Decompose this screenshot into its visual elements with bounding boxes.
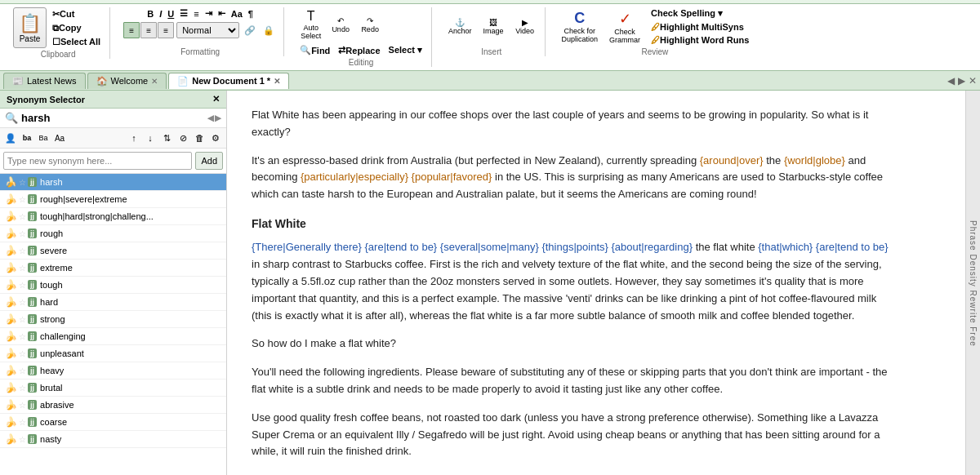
format-dropdown[interactable]: Normal Heading 1 Heading 2 bbox=[176, 22, 239, 38]
star-icon-7[interactable]: ☆ bbox=[19, 281, 26, 290]
tab-new-document[interactable]: 📄 New Document 1 * ✕ bbox=[168, 73, 289, 89]
underline-button[interactable]: U bbox=[165, 8, 176, 20]
align-right-button[interactable]: ≡ bbox=[158, 22, 174, 38]
star-icon-16[interactable]: ☆ bbox=[19, 435, 26, 444]
synonym-item-12[interactable]: 🍌☆jjheavy bbox=[0, 362, 226, 380]
toolbar-move-down-icon[interactable]: ↓ bbox=[143, 131, 158, 145]
star-icon-1[interactable]: ☆ bbox=[19, 178, 26, 187]
toolbar-delete-icon[interactable]: 🗑 bbox=[192, 131, 207, 145]
word-next-icon[interactable]: ▶ bbox=[215, 113, 221, 122]
copy-button[interactable]: ⧉ Copy bbox=[50, 22, 103, 34]
ribbon-content: 📋 Paste ✂ Cut ⧉ Copy ☐ Select All Clipbo… bbox=[0, 3, 980, 70]
synonym-item-4[interactable]: 🍌☆jjrough bbox=[0, 225, 226, 242]
synonym-item-13[interactable]: 🍌☆jjbrutal bbox=[0, 380, 226, 397]
tab-next-icon[interactable]: ▶ bbox=[958, 75, 965, 87]
toolbar-person-icon[interactable]: 👤 bbox=[3, 131, 18, 145]
synonym-item-16[interactable]: 🍌☆jjnasty bbox=[0, 431, 226, 448]
highlight-icon: 🖊 bbox=[651, 22, 660, 32]
tab-close-icon[interactable]: ✕ bbox=[969, 75, 977, 87]
lock-button[interactable]: 🔒 bbox=[261, 24, 277, 37]
numbered-list-button[interactable]: ≡ bbox=[191, 8, 201, 20]
tab-latest-news[interactable]: 📰 Latest News bbox=[3, 73, 86, 89]
image-button[interactable]: 🖼 Image bbox=[480, 16, 507, 37]
star-icon-14[interactable]: ☆ bbox=[19, 401, 26, 410]
synonym-item-14[interactable]: 🍌☆jjabrasive bbox=[0, 397, 226, 414]
syn-icons-15: 🍌☆jj bbox=[5, 416, 37, 428]
toolbar-ba1-icon[interactable]: ba bbox=[20, 131, 34, 145]
toolbar-ba2-icon[interactable]: Ba bbox=[36, 131, 51, 145]
synonym-item-11[interactable]: 🍌☆jjunpleasant bbox=[0, 345, 226, 362]
check-duplication-button[interactable]: C Check forDuplication bbox=[559, 8, 602, 45]
italic-button[interactable]: I bbox=[157, 8, 164, 20]
synonym-item-3[interactable]: 🍌☆jjtough|hard|strong|challeng... bbox=[0, 208, 226, 225]
replace-button[interactable]: ⇄ Replace bbox=[336, 44, 382, 56]
toolbar-sort-icon[interactable]: ⇅ bbox=[159, 131, 174, 145]
synonym-item-1[interactable]: 🍌☆jjharsh bbox=[0, 174, 226, 191]
synonym-item-6[interactable]: 🍌☆jjextreme bbox=[0, 260, 226, 277]
star-icon-13[interactable]: ☆ bbox=[19, 384, 26, 393]
search-input[interactable] bbox=[3, 152, 192, 170]
add-synonym-button[interactable]: Add bbox=[195, 152, 223, 170]
anchor-button[interactable]: ⚓ Anchor bbox=[445, 16, 475, 37]
synonym-item-8[interactable]: 🍌☆jjhard bbox=[0, 294, 226, 311]
syn-icons-16: 🍌☆jj bbox=[5, 433, 37, 445]
star-icon-3[interactable]: ☆ bbox=[19, 212, 26, 221]
tab-prev-icon[interactable]: ◀ bbox=[947, 75, 955, 87]
paste-button[interactable]: 📋 Paste bbox=[13, 7, 47, 48]
syn-icons-8: 🍌☆jj bbox=[5, 296, 37, 308]
synonym-item-7[interactable]: 🍌☆jjtough bbox=[0, 277, 226, 294]
star-icon-5[interactable]: ☆ bbox=[19, 246, 26, 255]
star-icon-11[interactable]: ☆ bbox=[19, 349, 26, 358]
check-grammar-button[interactable]: ✓ CheckGrammar bbox=[606, 8, 644, 46]
star-icon-2[interactable]: ☆ bbox=[19, 195, 26, 204]
star-icon-15[interactable]: ☆ bbox=[19, 418, 26, 427]
undo-button[interactable]: ↶ Undo bbox=[327, 7, 354, 42]
star-icon-6[interactable]: ☆ bbox=[19, 264, 26, 273]
phrase-density-label: Phrase Density Rewrite Free bbox=[969, 220, 978, 347]
word-prev-icon[interactable]: ◀ bbox=[207, 113, 214, 122]
star-icon-12[interactable]: ☆ bbox=[19, 366, 26, 375]
sidebar-close-icon[interactable]: ✕ bbox=[212, 94, 220, 104]
indent-button[interactable]: ⇥ bbox=[203, 7, 215, 20]
paragraph-button[interactable]: ¶ bbox=[246, 8, 256, 20]
highlight-word-runs-button[interactable]: 🖊 Highlight Word Runs bbox=[648, 34, 751, 46]
highlight-multisyns-button[interactable]: 🖊 Highlight MultiSyns bbox=[648, 21, 751, 33]
synonym-item-10[interactable]: 🍌☆jjchallenging bbox=[0, 328, 226, 345]
close-welcome-icon[interactable]: ✕ bbox=[151, 77, 158, 86]
star-icon-4[interactable]: ☆ bbox=[19, 229, 26, 238]
synonym-text-12: heavy bbox=[40, 366, 221, 375]
link-button[interactable]: 🔗 bbox=[242, 24, 258, 37]
outdent-button[interactable]: ⇤ bbox=[216, 7, 228, 20]
badge-16: jj bbox=[28, 434, 37, 444]
content-scroll[interactable]: Flat White has been appearing in our cof… bbox=[227, 91, 965, 475]
synonym-item-15[interactable]: 🍌☆jjcoarse bbox=[0, 414, 226, 431]
syn-icons-14: 🍌☆jj bbox=[5, 399, 37, 411]
align-left-button[interactable]: ≡ bbox=[123, 22, 140, 38]
tab-welcome[interactable]: 🏠 Welcome ✕ bbox=[87, 73, 167, 89]
synonym-item-5[interactable]: 🍌☆jjsevere bbox=[0, 242, 226, 260]
check-spelling-button[interactable]: Check Spelling ▾ bbox=[648, 7, 751, 20]
toolbar-settings-icon[interactable]: ⚙ bbox=[208, 131, 223, 145]
star-icon-9[interactable]: ☆ bbox=[19, 315, 26, 324]
star-icon-8[interactable]: ☆ bbox=[19, 298, 26, 307]
synonym-item-2[interactable]: 🍌☆jjrough|severe|extreme bbox=[0, 191, 226, 208]
redo-button[interactable]: ↷ Redo bbox=[357, 7, 383, 42]
list-button[interactable]: ☰ bbox=[177, 7, 190, 20]
case-button[interactable]: Aa bbox=[229, 8, 245, 20]
synonym-item-9[interactable]: 🍌☆jjstrong bbox=[0, 311, 226, 328]
auto-select-button[interactable]: T AutoSelect bbox=[297, 7, 324, 42]
find-button[interactable]: 🔍 Find bbox=[297, 44, 332, 56]
align-center-button[interactable]: ≡ bbox=[140, 22, 157, 38]
toolbar-move-up-icon[interactable]: ↑ bbox=[127, 131, 141, 145]
video-button[interactable]: ▶ Video bbox=[512, 16, 538, 37]
syn-icons-1: 🍌☆jj bbox=[5, 176, 37, 188]
synonym-text-10: challenging bbox=[40, 331, 221, 341]
cut-button[interactable]: ✂ Cut bbox=[50, 8, 103, 20]
close-doc-icon[interactable]: ✕ bbox=[274, 77, 280, 86]
star-icon-10[interactable]: ☆ bbox=[19, 332, 26, 341]
bold-button[interactable]: B bbox=[145, 8, 156, 20]
toolbar-ba3-icon[interactable]: Aa bbox=[52, 131, 67, 145]
toolbar-filter-icon[interactable]: ⊘ bbox=[176, 131, 190, 145]
select-button[interactable]: Select ▾ bbox=[386, 44, 425, 56]
select-all-button[interactable]: ☐ Select All bbox=[50, 36, 103, 48]
